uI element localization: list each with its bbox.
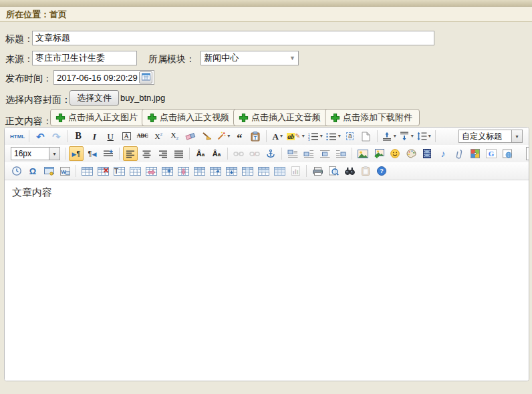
anchor-button[interactable] bbox=[263, 146, 278, 161]
formatpainter-button[interactable] bbox=[199, 129, 214, 144]
mergedown-button[interactable] bbox=[176, 164, 190, 178]
rtl-button[interactable]: ¶◀ bbox=[85, 146, 100, 161]
tablecaption-icon: T bbox=[114, 167, 125, 176]
calendar-picker-button[interactable] bbox=[139, 71, 152, 83]
choose-file-button[interactable]: 选择文件 bbox=[70, 90, 119, 106]
insertcolnext-button[interactable] bbox=[224, 164, 239, 178]
splittocols-button[interactable] bbox=[256, 164, 271, 178]
insertvideo-button[interactable] bbox=[420, 146, 434, 161]
breadcrumb-home-link[interactable]: 首页 bbox=[49, 9, 67, 19]
mergecells-button[interactable] bbox=[192, 164, 207, 178]
superscript-button[interactable]: X2 bbox=[151, 129, 166, 144]
imagemanager-button[interactable] bbox=[372, 146, 386, 161]
insert-audio-button[interactable]: 点击插入正文音频 bbox=[233, 109, 328, 126]
autoanchor-button[interactable]: a bbox=[343, 129, 358, 144]
splittocells-icon bbox=[274, 167, 285, 176]
highlightcolor-button[interactable]: ab✎▾ bbox=[286, 129, 305, 144]
scrawl-button[interactable] bbox=[404, 146, 418, 161]
aligncenter-button[interactable] bbox=[139, 146, 154, 161]
tabletitle-button[interactable] bbox=[128, 164, 142, 178]
insertrownext-button[interactable] bbox=[208, 164, 223, 178]
preview-button[interactable] bbox=[326, 164, 341, 178]
attachment-button[interactable] bbox=[452, 146, 467, 161]
eraser-button[interactable] bbox=[183, 129, 198, 144]
help-icon: ? bbox=[377, 166, 386, 176]
tolowercase-button[interactable]: Ââ bbox=[209, 146, 224, 161]
tablecaption-button[interactable]: T bbox=[112, 164, 126, 178]
code-language-select-value: 代码语言 bbox=[527, 148, 529, 160]
print-button[interactable] bbox=[310, 164, 325, 178]
source-input[interactable] bbox=[32, 51, 137, 65]
fontcolor-button[interactable]: A▾ bbox=[270, 129, 285, 144]
strikethrough-icon: ABC bbox=[137, 134, 148, 139]
spacetop-button[interactable]: ▾ bbox=[381, 129, 397, 144]
music-icon: ♪ bbox=[441, 149, 446, 158]
module-select[interactable]: 新闻中心 ▼ bbox=[201, 51, 299, 65]
spacebottom-button[interactable]: ▾ bbox=[398, 129, 414, 144]
bold-button[interactable]: B bbox=[71, 129, 86, 144]
imagefloatleft-button[interactable] bbox=[301, 146, 316, 161]
spechars-button[interactable]: Ω bbox=[25, 164, 40, 178]
blockquote-button[interactable]: “ bbox=[232, 129, 247, 144]
strikethrough-button[interactable]: ABC bbox=[135, 129, 150, 144]
music-button[interactable]: ♪ bbox=[436, 146, 450, 161]
emotion-button[interactable] bbox=[388, 146, 402, 161]
inserttable-button[interactable] bbox=[80, 164, 94, 178]
indent-button[interactable] bbox=[101, 146, 116, 161]
datetime-button[interactable] bbox=[9, 164, 24, 178]
html-button[interactable]: HTML bbox=[9, 129, 25, 144]
map-button[interactable] bbox=[468, 146, 483, 161]
wordimage-button[interactable]: W bbox=[57, 164, 72, 178]
autotypeset-button[interactable]: ▾ bbox=[215, 129, 231, 144]
insertframe-icon bbox=[503, 149, 512, 158]
snippet-button bbox=[358, 164, 373, 178]
alignleft-button[interactable] bbox=[123, 146, 138, 161]
imagefloatnone-button[interactable] bbox=[285, 146, 300, 161]
insert-image-button[interactable]: 点击插入正文图片 bbox=[50, 109, 145, 126]
snapscreen-button[interactable] bbox=[41, 164, 56, 178]
add-attachment-button[interactable]: 点击添加下载附件 bbox=[325, 109, 420, 126]
help-button[interactable]: ? bbox=[374, 164, 389, 178]
insertcol-button[interactable] bbox=[160, 164, 174, 178]
underline-button[interactable]: U bbox=[103, 129, 118, 144]
undo-button[interactable]: ↶ bbox=[33, 129, 47, 144]
insertrownext-icon bbox=[210, 167, 221, 176]
alignright-button[interactable] bbox=[155, 146, 170, 161]
lineheight-button[interactable]: ▾ bbox=[416, 129, 432, 144]
alignjustify-button[interactable] bbox=[171, 146, 186, 161]
attachment-icon bbox=[456, 149, 462, 159]
gmap-button[interactable]: G bbox=[484, 146, 499, 161]
fontborder-button[interactable]: A bbox=[119, 129, 134, 144]
green-plus-icon bbox=[55, 113, 65, 123]
insert-image-button-label: 点击插入正文图片 bbox=[68, 112, 138, 124]
insertcol-icon bbox=[162, 167, 173, 176]
unorderedlist-button[interactable]: ▾ bbox=[325, 129, 342, 144]
code-language-select[interactable]: 代码语言▾ bbox=[526, 147, 529, 160]
italic-button[interactable]: I bbox=[87, 129, 102, 144]
pastetext-button[interactable]: T bbox=[248, 129, 263, 144]
insertimage-button[interactable] bbox=[356, 146, 370, 161]
splittorows-button[interactable] bbox=[240, 164, 255, 178]
searchreplace-button[interactable] bbox=[342, 164, 357, 178]
deletetable-button[interactable] bbox=[96, 164, 110, 178]
splittocells-button[interactable] bbox=[272, 164, 287, 178]
ltr-button[interactable]: ▶¶ bbox=[69, 146, 84, 161]
insert-video-button[interactable]: 点击插入正文视频 bbox=[142, 109, 237, 126]
newdoc-button[interactable] bbox=[359, 129, 374, 144]
mergeright-button[interactable] bbox=[144, 164, 158, 178]
touppercase-button[interactable]: Âa bbox=[193, 146, 208, 161]
imagefloatcenter-button[interactable] bbox=[317, 146, 332, 161]
custom-title-select[interactable]: 自定义标题▾ bbox=[458, 130, 523, 143]
orderedlist-button[interactable]: 123▾ bbox=[307, 129, 323, 144]
toolbar-separator bbox=[377, 130, 378, 142]
cover-filename: buy_btn.jpg bbox=[120, 93, 165, 103]
font-size-select[interactable]: 16px▾ bbox=[11, 147, 60, 160]
insertframe-button[interactable] bbox=[500, 146, 515, 161]
subscript-button[interactable]: X2 bbox=[167, 129, 182, 144]
redo-button[interactable]: ↷ bbox=[49, 129, 63, 144]
snapscreen-icon bbox=[44, 167, 54, 176]
title-input[interactable] bbox=[32, 31, 434, 45]
editor-content-area[interactable]: 文章内容 bbox=[5, 180, 529, 381]
preview-icon bbox=[329, 166, 339, 176]
imagefloatright-button[interactable] bbox=[334, 146, 348, 161]
